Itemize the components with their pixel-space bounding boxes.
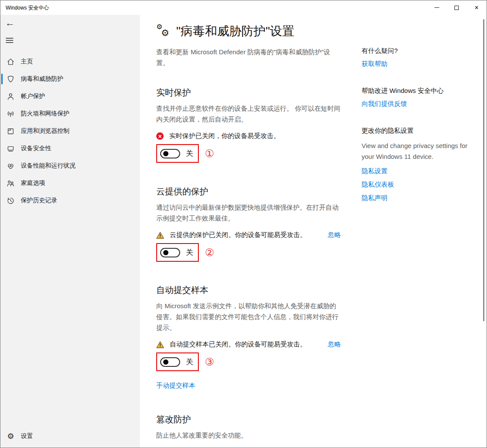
sidebar-bottom: ⚙ 设置 xyxy=(0,428,140,445)
section-title: 云提供的保护 xyxy=(156,186,341,198)
page-title: "病毒和威胁防护"设置 xyxy=(176,23,294,39)
page-subtitle: 查看和更新 Microsoft Defender 防病毒的"病毒和威胁防护"设置… xyxy=(156,46,341,68)
back-button[interactable]: ← xyxy=(5,17,15,29)
annotation-box-3: 关 xyxy=(156,352,199,371)
error-icon xyxy=(156,132,164,140)
sidebar: ← 主页 病毒和威胁防护 帐户保护 防火墙和网络保护 xyxy=(0,15,140,448)
sidebar-item-virus-threat[interactable]: 病毒和威胁防护 xyxy=(0,70,140,88)
sidebar-item-label: 设备安全性 xyxy=(21,145,51,152)
toggle-state-label: 关 xyxy=(186,247,193,257)
sidebar-item-app-browser[interactable]: 应用和浏览器控制 xyxy=(0,122,140,140)
sidebar-item-family[interactable]: 家庭选项 xyxy=(0,175,140,192)
section-cloud-protection: 云提供的保护 通过访问云中的最新保护数据更快地提供增强保护。在打开自动示例提交时… xyxy=(156,186,341,262)
feedback-link[interactable]: 向我们提供反馈 xyxy=(362,100,407,108)
privacy-heading: 更改你的隐私设置 xyxy=(362,127,470,135)
main-content: ⚙⚙ "病毒和威胁防护"设置 查看和更新 Microsoft Defender … xyxy=(156,23,341,448)
minimize-icon xyxy=(434,7,439,8)
minimize-button[interactable] xyxy=(427,0,447,15)
gear-icon: ⚙ xyxy=(7,432,15,441)
sidebar-item-home[interactable]: 主页 xyxy=(0,53,140,70)
family-icon xyxy=(7,179,15,188)
history-icon xyxy=(7,197,15,205)
toggle-state-label: 关 xyxy=(186,357,193,367)
section-description: 防止他人篡改重要的安全功能。 xyxy=(156,430,341,441)
person-icon xyxy=(7,92,15,101)
toggle-knob xyxy=(163,151,168,156)
privacy-dashboard-link[interactable]: 隐私仪表板 xyxy=(362,181,470,189)
sample-submission-toggle[interactable] xyxy=(160,357,180,367)
back-arrow-icon: ← xyxy=(5,17,15,28)
section-tamper-protection: 篡改防护 防止他人篡改重要的安全功能。 防篡改保护处于关闭状态。你的设备可能易受… xyxy=(156,414,341,448)
annotation-box-1: 关 xyxy=(156,144,199,163)
sidebar-item-label: 主页 xyxy=(21,58,33,66)
section-description: 通过访问云中的最新保护数据更快地提供增强保护。在打开自动示例提交时工作效果最佳。 xyxy=(156,202,341,224)
home-icon xyxy=(7,58,15,66)
section-title: 实时保护 xyxy=(156,87,341,99)
sidebar-item-label: 应用和浏览器控制 xyxy=(21,127,69,135)
device-icon xyxy=(7,145,15,153)
privacy-statement-link[interactable]: 隐私声明 xyxy=(362,194,470,202)
maximize-icon xyxy=(454,6,459,10)
warning-icon xyxy=(156,232,164,239)
section-title: 自动提交样本 xyxy=(156,284,341,296)
cloud-protection-toggle[interactable] xyxy=(160,248,180,257)
hamburger-icon xyxy=(5,36,14,44)
status-text: 实时保护已关闭，你的设备易受攻击。 xyxy=(169,132,280,140)
sidebar-nav: 主页 病毒和威胁防护 帐户保护 防火墙和网络保护 应用和浏览器控制 xyxy=(0,53,140,209)
window-title: Windows 安全中心 xyxy=(6,4,49,12)
app-browser-icon xyxy=(7,127,15,135)
toggle-state-label: 关 xyxy=(186,148,193,158)
menu-button[interactable] xyxy=(5,36,14,46)
section-title: 篡改防护 xyxy=(156,414,341,425)
sidebar-item-label: 防火墙和网络保护 xyxy=(21,110,69,118)
close-button[interactable]: × xyxy=(467,0,487,15)
shield-icon xyxy=(7,75,15,83)
sidebar-item-label: 保护历史记录 xyxy=(21,197,57,204)
maximize-button[interactable] xyxy=(447,0,467,15)
section-description: 查找并停止恶意软件在你的设备上安装或运行。 你可以在短时间内关闭此设置，然后自动… xyxy=(156,103,341,125)
close-icon: × xyxy=(474,4,478,11)
toggle-knob xyxy=(163,359,168,365)
section-sample-submission: 自动提交样本 向 Microsoft 发送示例文件，以帮助你和其他人免受潜在威胁… xyxy=(156,284,341,390)
annotation-number-2: ② xyxy=(205,247,214,258)
sidebar-item-history[interactable]: 保护历史记录 xyxy=(0,192,140,209)
sidebar-item-account[interactable]: 帐户保护 xyxy=(0,88,140,105)
sidebar-item-firewall[interactable]: 防火墙和网络保护 xyxy=(0,105,140,122)
sidebar-item-label: 家庭选项 xyxy=(21,179,45,187)
status-text: 云提供的保护已关闭。你的设备可能易受攻击。 xyxy=(170,231,306,239)
sidebar-item-settings[interactable]: ⚙ 设置 xyxy=(0,428,140,445)
annotation-number-3: ③ xyxy=(205,357,214,367)
annotation-number-1: ① xyxy=(205,148,214,159)
sidebar-item-label: 设置 xyxy=(21,432,33,440)
get-help-link[interactable]: 获取帮助 xyxy=(362,60,388,68)
section-description: 向 Microsoft 发送示例文件，以帮助你和其他人免受潜在威胁的侵害。如果我… xyxy=(156,300,341,333)
warning-icon xyxy=(156,341,164,348)
status-text: 自动提交样本已关闭。你的设备可能易受攻击。 xyxy=(170,340,306,349)
help-heading: 有什么疑问? xyxy=(362,47,470,55)
section-realtime-protection: 实时保护 查找并停止恶意软件在你的设备上安装或运行。 你可以在短时间内关闭此设置… xyxy=(156,87,341,163)
window-controls: × xyxy=(427,0,487,15)
sidebar-item-label: 设备性能和运行状况 xyxy=(21,162,76,170)
vertical-scrollbar[interactable] xyxy=(483,19,484,321)
sidebar-item-device-security[interactable]: 设备安全性 xyxy=(0,140,140,157)
health-icon xyxy=(7,162,15,170)
network-icon xyxy=(7,110,15,118)
sidebar-item-label: 病毒和威胁防护 xyxy=(21,75,63,83)
titlebar: Windows 安全中心 × xyxy=(0,0,487,15)
sidebar-item-performance[interactable]: 设备性能和运行状况 xyxy=(0,157,140,175)
sidebar-item-label: 帐户保护 xyxy=(21,92,45,100)
settings-gears-icon: ⚙⚙ xyxy=(156,23,172,40)
help-panel: 有什么疑问? 获取帮助 帮助改进 Windows 安全中心 向我们提供反馈 更改… xyxy=(362,47,470,202)
annotation-box-2: 关 xyxy=(156,243,199,262)
ignore-link[interactable]: 忽略 xyxy=(328,340,341,349)
manual-submit-link[interactable]: 手动提交样本 xyxy=(156,382,195,390)
feedback-heading: 帮助改进 Windows 安全中心 xyxy=(362,87,470,95)
privacy-settings-link[interactable]: 隐私设置 xyxy=(362,167,470,175)
realtime-protection-toggle[interactable] xyxy=(160,149,180,158)
privacy-text: View and change privacy settings for you… xyxy=(362,140,470,162)
toggle-knob xyxy=(163,250,168,255)
ignore-link[interactable]: 忽略 xyxy=(328,231,341,239)
